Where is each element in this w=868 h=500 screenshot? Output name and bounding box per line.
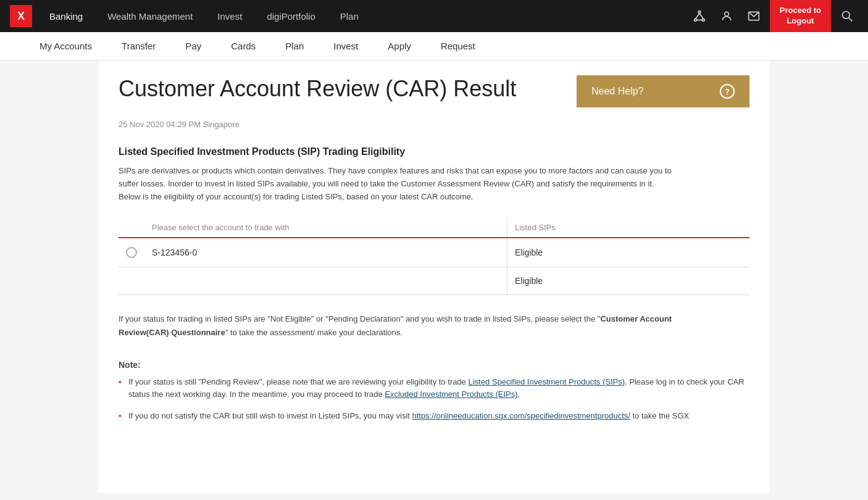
car-table: Please select the account to trade with … (119, 218, 749, 295)
notes-title: Note: (119, 360, 749, 370)
top-nav-wealth-management[interactable]: Wealth Management (95, 0, 205, 32)
svg-point-2 (702, 19, 704, 22)
note-item-1: If your status is still "Pending Review"… (119, 376, 749, 402)
table-cell-account (144, 267, 507, 295)
proceed-logout-button[interactable]: Proceed toLogout (770, 0, 831, 32)
svg-line-3 (695, 13, 699, 19)
top-nav-digiportfolio[interactable]: digiPortfolio (254, 0, 327, 32)
table-header-account: Please select the account to trade with (144, 218, 507, 238)
account-radio-button[interactable] (126, 247, 137, 258)
top-nav-right-actions: Proceed toLogout (688, 0, 858, 32)
nav-request[interactable]: Request (426, 32, 490, 60)
table-header-radio (119, 218, 144, 238)
nav-pay[interactable]: Pay (170, 32, 216, 60)
top-nav-invest[interactable]: Invest (205, 0, 254, 32)
nav-plan[interactable]: Plan (270, 32, 319, 60)
svg-line-9 (849, 18, 853, 22)
top-nav-plan[interactable]: Plan (328, 0, 371, 32)
notes-list: If your status is still "Pending Review"… (119, 376, 749, 423)
table-row: Eligible (119, 267, 749, 295)
table-cell-radio (119, 238, 144, 267)
timestamp: 25 Nov 2020 04:29 PM Singapore (119, 120, 749, 129)
need-help-button[interactable]: Need Help? ? (577, 75, 749, 107)
mail-icon[interactable] (743, 5, 765, 27)
svg-point-6 (724, 12, 728, 16)
page-header: Customer Account Review (CAR) Result Nee… (119, 75, 749, 107)
table-cell-sip-status: Eligible (507, 238, 749, 267)
search-icon[interactable] (836, 5, 858, 27)
page-title: Customer Account Review (CAR) Result (119, 75, 516, 102)
table-cell-sip-status: Eligible (507, 267, 749, 295)
svg-point-1 (695, 19, 697, 22)
note-item-2: If you do not satisfy the CAR but still … (119, 410, 749, 423)
svg-point-8 (843, 12, 850, 19)
eligibility-note: If your status for trading in listed SIP… (119, 312, 674, 340)
sgx-education-link[interactable]: https://onlineeducation.sgx.com/specifie… (412, 411, 630, 420)
section-description: SIPs are derivatives or products which c… (119, 165, 674, 203)
table-header-sip: Listed SIPs (507, 218, 749, 238)
help-circle-icon: ? (720, 84, 735, 99)
table-cell-radio (119, 267, 144, 295)
section-title: Listed Specified Investment Products (SI… (119, 146, 749, 157)
table-row: S-123456-0Eligible (119, 238, 749, 267)
sip-link[interactable]: Listed Specified Investment Products (SI… (468, 377, 625, 386)
svg-line-4 (699, 13, 703, 19)
bank-logo[interactable]: X (10, 5, 32, 27)
top-nav-banking[interactable]: Banking (37, 0, 95, 32)
svg-point-0 (698, 11, 701, 14)
user-icon[interactable] (716, 5, 738, 27)
car-questionnaire-link[interactable]: Customer Account Review(CAR) Questionnai… (119, 314, 672, 337)
table-cell-account: S-123456-0 (144, 238, 507, 267)
main-content: Customer Account Review (CAR) Result Nee… (99, 60, 769, 493)
secondary-navigation: My Accounts Transfer Pay Cards Plan Inve… (0, 32, 868, 60)
top-navigation: X Banking Wealth Management Invest digiP… (0, 0, 868, 32)
nav-transfer[interactable]: Transfer (107, 32, 170, 60)
top-nav-items: Banking Wealth Management Invest digiPor… (37, 0, 688, 32)
network-icon[interactable] (688, 5, 711, 27)
eip-link[interactable]: Excluded Investment Products (EIPs) (385, 390, 517, 399)
nav-my-accounts[interactable]: My Accounts (25, 32, 107, 60)
nav-cards[interactable]: Cards (216, 32, 270, 60)
nav-apply[interactable]: Apply (373, 32, 426, 60)
notes-section: Note: If your status is still "Pending R… (119, 360, 749, 423)
nav-invest[interactable]: Invest (319, 32, 373, 60)
